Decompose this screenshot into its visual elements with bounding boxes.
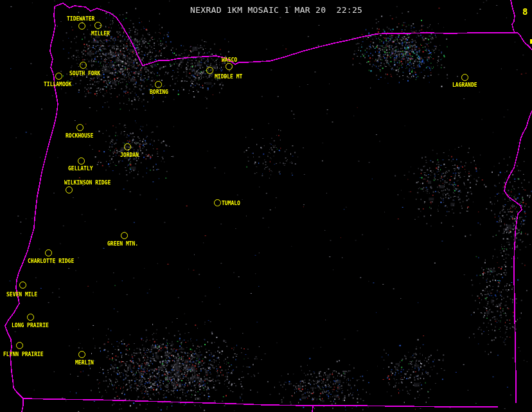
- site-label: LONG PRAIRIE: [12, 323, 49, 328]
- site-label: GELLATLY: [68, 166, 93, 172]
- boundary-line: [312, 406, 313, 412]
- site-marker-circle[interactable]: [214, 199, 221, 206]
- site-marker-circle[interactable]: [121, 232, 128, 239]
- site-label: TIDEWATER: [67, 16, 94, 22]
- site-marker-circle[interactable]: [78, 22, 85, 30]
- site-marker-circle[interactable]: [76, 124, 84, 131]
- site-marker-circle[interactable]: [80, 62, 87, 69]
- boundary-line: [511, 0, 515, 33]
- site-marker-circle[interactable]: [155, 81, 162, 88]
- site-label: TUMALO: [222, 201, 240, 206]
- site-label: TILLAMOOK: [44, 82, 71, 87]
- site-marker-circle[interactable]: [55, 73, 62, 80]
- site-marker-circle[interactable]: [94, 22, 102, 29]
- site-marker-circle[interactable]: [206, 67, 213, 74]
- clipped-label: 8: [522, 6, 528, 17]
- boundary-line: [504, 111, 532, 403]
- site-label: JORDAN: [120, 152, 139, 158]
- site-label: SEVEN MILE: [6, 292, 37, 298]
- site-marker-circle[interactable]: [226, 63, 233, 70]
- state-boundary-overlay: [0, 0, 532, 412]
- site-label: CHARLOTTE RIDGE: [28, 258, 74, 264]
- site-label: FLYNN PRAIRIE: [3, 352, 44, 357]
- site-marker-circle[interactable]: [461, 74, 468, 81]
- site-label: ROCKHOUSE: [66, 133, 93, 139]
- site-label: BORING: [150, 89, 168, 95]
- site-label: MIDDLE MT: [215, 74, 242, 80]
- site-label: WASCO: [222, 57, 237, 63]
- boundary-line: [23, 399, 498, 407]
- site-label: LAGRANDE: [452, 82, 477, 88]
- site-marker-circle[interactable]: [78, 157, 85, 165]
- radar-mosaic-map[interactable]: NEXRAD 1KM MOSAIC 1 MAR 20 22:25 TIDEWAT…: [0, 0, 532, 412]
- site-marker-circle[interactable]: [19, 282, 26, 289]
- site-marker-circle[interactable]: [45, 249, 52, 256]
- site-label: SOUTH FORK: [69, 71, 100, 76]
- mosaic-title: NEXRAD 1KM MOSAIC 1 MAR 20 22:25: [190, 5, 362, 15]
- site-marker-circle[interactable]: [124, 143, 131, 150]
- site-label: GREEN MTN.: [107, 241, 138, 247]
- site-marker-circle[interactable]: [27, 314, 34, 321]
- site-marker-circle[interactable]: [78, 351, 85, 358]
- site-label: WILKINSON RIDGE: [64, 180, 111, 186]
- site-marker-circle[interactable]: [66, 186, 73, 193]
- site-label: MERLIN: [75, 360, 94, 366]
- site-marker-circle[interactable]: [16, 342, 23, 349]
- site-label: MILLER: [91, 31, 110, 37]
